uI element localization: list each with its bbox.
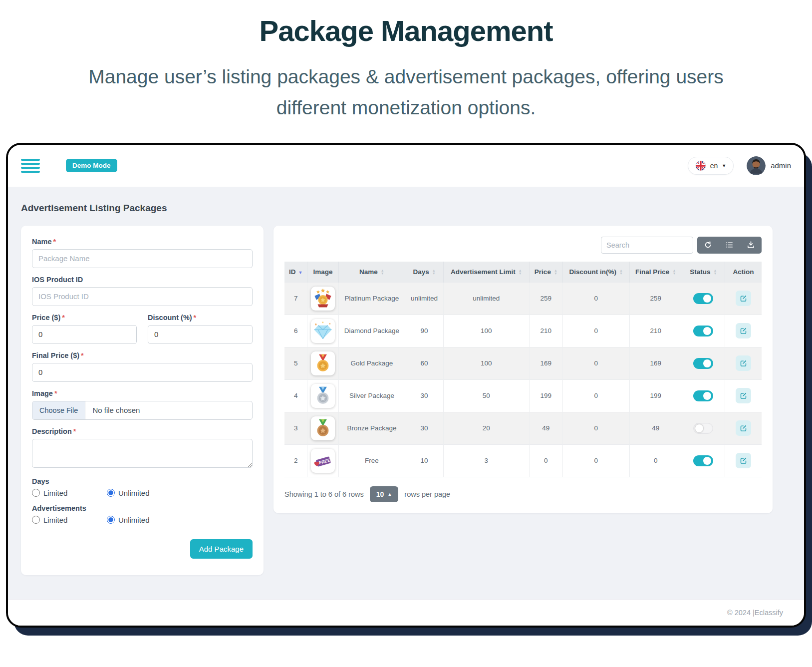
column-label: Status	[690, 268, 710, 276]
ios-product-id-label: IOS Product ID	[32, 276, 253, 284]
cell-action	[725, 347, 762, 379]
edit-icon	[740, 457, 747, 464]
cell-status	[682, 315, 725, 347]
silver-medal-icon	[312, 385, 333, 406]
column-header-price[interactable]: Price▲▼	[529, 262, 562, 283]
days-unlimited-radio[interactable]	[107, 489, 115, 497]
edit-button[interactable]	[736, 291, 751, 306]
cell-status	[682, 379, 725, 412]
edit-button[interactable]	[736, 323, 751, 338]
price-input[interactable]	[32, 325, 137, 344]
sort-icon: ▲▼	[432, 269, 436, 275]
table-body: 7Platinum Packageunlimitedunlimited25902…	[284, 282, 762, 477]
ios-product-id-input[interactable]	[32, 287, 253, 306]
top-bar: Demo Mode en ▼ admin	[8, 145, 804, 187]
menu-icon[interactable]	[21, 159, 40, 173]
edit-button[interactable]	[736, 355, 751, 371]
cell-status	[682, 282, 725, 315]
demo-mode-badge: Demo Mode	[66, 159, 117, 172]
add-package-button[interactable]: Add Package	[190, 539, 253, 559]
column-header-action: Action	[725, 262, 762, 283]
edit-icon	[740, 424, 747, 432]
search-input[interactable]	[601, 237, 693, 254]
diamond-icon	[312, 321, 333, 341]
sort-icon: ▲▼	[713, 269, 717, 275]
rows-per-page-dropdown[interactable]: 10 ▲	[370, 486, 399, 502]
status-toggle[interactable]	[693, 423, 713, 434]
final-price-input[interactable]	[32, 363, 253, 382]
table-row: 7Platinum Packageunlimitedunlimited25902…	[284, 282, 762, 315]
avatar	[747, 156, 766, 175]
package-name-input[interactable]	[32, 249, 253, 268]
uk-flag-icon	[695, 160, 706, 171]
cell-ad-limit: 3	[443, 444, 529, 477]
ads-limited-radio[interactable]	[32, 516, 40, 524]
column-header-id[interactable]: ID▼	[284, 262, 307, 283]
cell-name: Gold Package	[338, 347, 405, 379]
ads-limited-option[interactable]: Limited	[32, 516, 107, 524]
bronze-medal-icon	[312, 418, 333, 439]
cell-discount: 0	[562, 379, 629, 412]
required-mark: *	[54, 389, 57, 397]
cell-price: 0	[529, 444, 562, 477]
radio-label: Limited	[43, 489, 67, 497]
download-button[interactable]	[740, 237, 762, 254]
days-limited-option[interactable]: Limited	[32, 489, 107, 497]
description-label: Description*	[32, 427, 253, 435]
cell-status	[682, 347, 725, 379]
ads-unlimited-radio[interactable]	[107, 516, 115, 524]
status-toggle[interactable]	[693, 358, 713, 369]
cell-image	[307, 412, 338, 444]
discount-input[interactable]	[148, 325, 253, 344]
rows-per-page-label: rows per page	[404, 490, 450, 498]
status-toggle[interactable]	[693, 390, 713, 401]
column-header-days[interactable]: Days▲▼	[405, 262, 443, 283]
column-header-status[interactable]: Status▲▼	[682, 262, 725, 283]
cell-id: 7	[284, 282, 307, 315]
edit-button[interactable]	[736, 420, 751, 436]
cell-status	[682, 444, 725, 477]
refresh-button[interactable]	[697, 237, 719, 254]
cell-discount: 0	[562, 282, 629, 315]
edit-button[interactable]	[736, 453, 751, 468]
user-menu[interactable]: admin	[747, 156, 791, 175]
status-toggle[interactable]	[693, 455, 713, 466]
cell-price: 210	[529, 315, 562, 347]
name-label: Name*	[32, 238, 253, 246]
column-label: Action	[733, 268, 754, 276]
language-code: en	[710, 162, 718, 170]
column-header-advertisement-limit[interactable]: Advertisement Limit▲▼	[443, 262, 529, 283]
table-row: 3Bronze Package302049049	[284, 412, 762, 444]
final-price-label: Final Price ($)*	[32, 351, 253, 359]
column-header-discount-in[interactable]: Discount in(%)▲▼	[562, 262, 629, 283]
status-toggle[interactable]	[693, 326, 713, 336]
download-icon	[747, 241, 755, 249]
edit-icon	[740, 295, 747, 302]
cell-price: 199	[529, 379, 562, 412]
advertisements-label: Advertisements	[32, 504, 253, 512]
cell-id: 2	[284, 444, 307, 477]
packages-table-card: ID▼ImageName▲▼Days▲▼Advertisement Limit▲…	[273, 226, 773, 513]
edit-button[interactable]	[736, 388, 751, 403]
sort-desc-icon: ▼	[298, 270, 302, 275]
cell-discount: 0	[562, 315, 629, 347]
ads-unlimited-option[interactable]: Unlimited	[107, 516, 182, 524]
cell-final-price: 169	[629, 347, 682, 379]
table-toolbar-buttons	[697, 237, 762, 254]
required-mark: *	[53, 238, 56, 246]
status-toggle[interactable]	[693, 293, 713, 304]
choose-file-button[interactable]: Choose File	[32, 401, 85, 419]
days-limited-radio[interactable]	[32, 489, 40, 497]
language-selector[interactable]: en ▼	[688, 157, 734, 175]
required-mark: *	[194, 314, 197, 322]
required-mark: *	[81, 351, 84, 359]
days-unlimited-option[interactable]: Unlimited	[107, 489, 182, 497]
table-row: 5Gold Package601001690169	[284, 347, 762, 379]
list-button[interactable]	[719, 237, 740, 254]
cell-id: 5	[284, 347, 307, 379]
description-textarea[interactable]	[32, 439, 253, 468]
column-header-final-price[interactable]: Final Price▲▼	[629, 262, 682, 283]
image-file-input[interactable]: Choose File No file chosen	[32, 401, 253, 420]
edit-icon	[740, 359, 747, 367]
column-header-name[interactable]: Name▲▼	[338, 262, 405, 283]
